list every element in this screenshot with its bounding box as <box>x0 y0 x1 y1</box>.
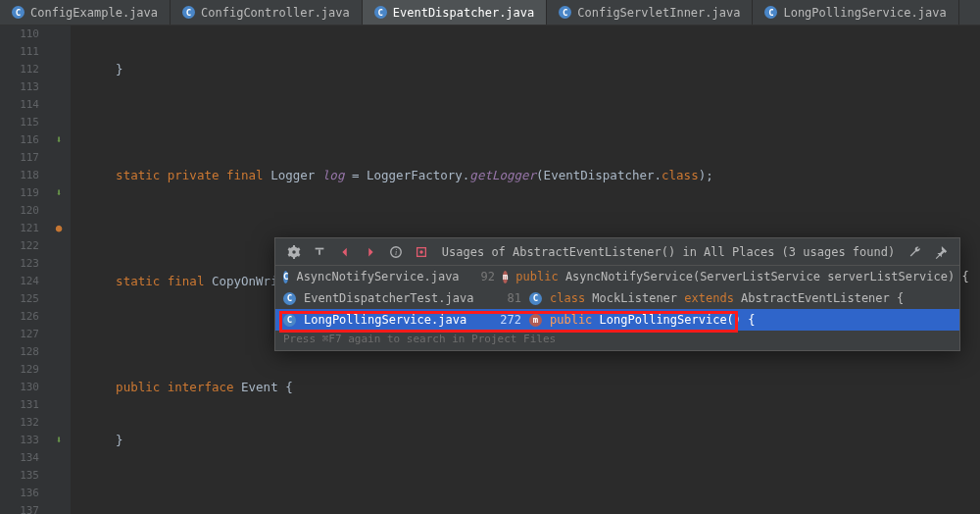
tab-config-controller[interactable]: CConfigController.java <box>171 0 363 25</box>
usages-line-number: 81 <box>488 291 521 305</box>
code-line: static private final Logger log = Logger… <box>86 167 980 184</box>
code-line: public interface Event { <box>86 379 980 396</box>
svg-point-3 <box>419 250 423 254</box>
pin-icon[interactable] <box>309 241 330 263</box>
tab-config-servlet-inner[interactable]: CConfigServletInner.java <box>547 0 753 25</box>
method-icon: m <box>529 314 542 327</box>
java-class-icon: C <box>283 314 296 327</box>
usages-file: LongPollingService.java <box>304 313 480 327</box>
usages-row[interactable]: CEventDispatcherTest.java81Cclass MockLi… <box>275 287 959 309</box>
find-usages-popup: i Usages of AbstractEventListener() in A… <box>274 237 960 351</box>
target-icon[interactable] <box>411 241 432 263</box>
usages-row[interactable]: CAsyncNotifyService.java92mpublic AsyncN… <box>275 266 959 287</box>
code-line: } <box>86 61 980 78</box>
java-class-icon: C <box>12 6 24 19</box>
tab-label: ConfigExample.java <box>30 6 158 20</box>
java-class-icon: C <box>283 292 296 305</box>
tab-event-dispatcher[interactable]: CEventDispatcher.java <box>363 0 548 25</box>
usages-snippet: public AsyncNotifyService(ServerListServ… <box>515 270 968 283</box>
tab-label: LongPollingService.java <box>783 6 946 20</box>
java-class-icon: C <box>283 271 288 283</box>
next-occurrence-icon[interactable] <box>360 241 381 263</box>
line-number-gutter[interactable]: 1101111121131141151161171181191201211221… <box>0 26 47 514</box>
java-class-icon: C <box>764 6 777 19</box>
java-class-icon: C <box>182 6 195 19</box>
info-icon[interactable]: i <box>385 241 407 263</box>
usages-line-number: 92 <box>480 270 494 283</box>
java-class-icon: C <box>559 6 571 19</box>
pin-tab-icon[interactable] <box>930 241 952 263</box>
settings-icon[interactable] <box>283 241 305 263</box>
usages-hint: Press ⌘F7 again to search in Project Fil… <box>275 331 959 350</box>
usages-snippet: public LongPollingService() { <box>550 313 756 327</box>
wrench-icon[interactable] <box>905 241 926 263</box>
java-class-icon: C <box>374 6 387 19</box>
tab-config-example[interactable]: CConfigExample.java <box>0 0 171 25</box>
usages-snippet: class MockListener extends AbstractEvent… <box>550 291 904 305</box>
usages-title: Usages of AbstractEventListener() in All… <box>436 245 901 259</box>
svg-text:i: i <box>395 247 397 256</box>
gutter-marks[interactable]: ⬇⬇●⬇⬇ <box>47 26 71 514</box>
tab-label: EventDispatcher.java <box>393 6 535 20</box>
tab-label: ConfigController.java <box>201 6 350 20</box>
code-line: } <box>86 432 980 449</box>
editor-tabs: CConfigExample.java CConfigController.ja… <box>0 0 980 26</box>
prev-occurrence-icon[interactable] <box>334 241 356 263</box>
usages-line-number: 272 <box>488 313 521 327</box>
method-icon: m <box>503 271 508 283</box>
tab-label: ConfigServletInner.java <box>577 6 740 20</box>
usages-list: CAsyncNotifyService.java92mpublic AsyncN… <box>275 266 959 331</box>
usages-file: AsyncNotifyService.java <box>296 270 472 283</box>
usages-file: EventDispatcherTest.java <box>304 291 480 305</box>
usages-toolbar: i Usages of AbstractEventListener() in A… <box>275 238 959 266</box>
usages-row[interactable]: CLongPollingService.java272mpublic LongP… <box>275 309 959 331</box>
class-icon: C <box>529 292 542 305</box>
tab-long-polling-service[interactable]: CLongPollingService.java <box>753 0 958 25</box>
editor-area: 1101111121131141151161171181191201211221… <box>0 26 980 514</box>
